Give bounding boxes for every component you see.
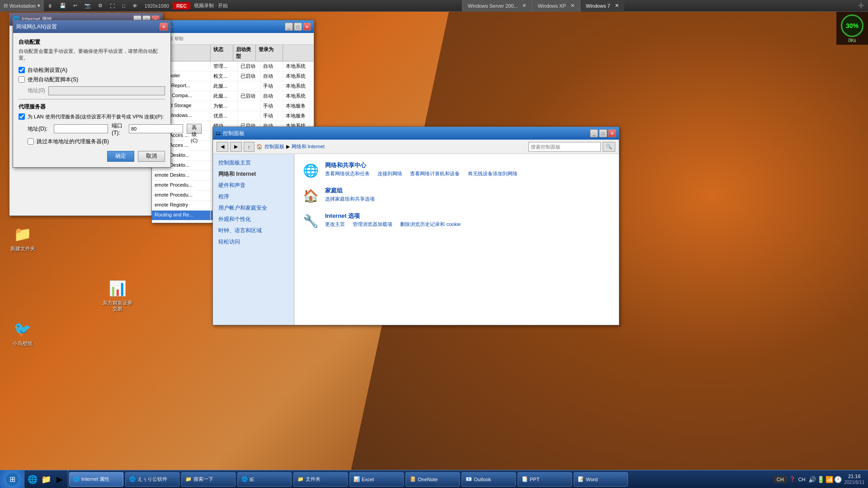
internet-options-title[interactable]: Internet 选项 bbox=[325, 212, 612, 220]
cp-maximize[interactable]: □ bbox=[599, 129, 607, 137]
proxy-addr-input[interactable] bbox=[54, 124, 108, 133]
services-maximize[interactable]: □ bbox=[294, 23, 302, 31]
lang-indicator[interactable]: CH bbox=[774, 476, 787, 483]
addr-input[interactable] bbox=[48, 86, 165, 95]
network-link-0[interactable]: 查看网络状态和任务 bbox=[325, 171, 370, 176]
desktop-icon-dongfang[interactable]: 📊 东方财富证券交易 bbox=[99, 276, 136, 314]
auto-detect-checkbox[interactable] bbox=[19, 67, 25, 73]
sidebar-item-hw[interactable]: 硬件和声音 bbox=[217, 180, 290, 191]
topbar-save-btn[interactable]: 💾 bbox=[56, 0, 70, 12]
cp-back-btn[interactable]: ◀ bbox=[217, 142, 228, 152]
topbar-snapshot-btn[interactable]: 📷 bbox=[81, 0, 94, 12]
taskbar-ime-icon[interactable]: CH bbox=[798, 477, 806, 482]
services-titlebar[interactable]: ⚙ 服务 _ □ ✕ bbox=[152, 20, 314, 33]
auto-script-checkbox[interactable] bbox=[19, 76, 25, 83]
cp-titlebar[interactable]: 🗂 控制面板 _ □ ✕ bbox=[213, 127, 619, 140]
topbar-view-btn[interactable]: 👁 bbox=[129, 0, 141, 12]
bypass-label: 跳过本地地址的代理服务器(B) bbox=[37, 138, 109, 145]
quick-ie[interactable]: 🌐 bbox=[26, 473, 39, 486]
internet-link-1[interactable]: 管理浏览器加载项 bbox=[353, 221, 392, 227]
topbar-add-tab[interactable]: ➕ bbox=[854, 0, 868, 12]
desktop-icon-xiaoniu[interactable]: 🐦 小鸟壁纸 bbox=[5, 316, 41, 348]
tab-win7-close[interactable]: ✕ bbox=[615, 3, 619, 9]
network-notif-icon[interactable]: 🔊 bbox=[808, 476, 816, 483]
service-row[interactable]: uality Windows... 优质... 手动 本地服务 bbox=[152, 111, 314, 121]
cp-nav-home[interactable]: 控制面板 bbox=[264, 143, 284, 150]
network-link-3[interactable]: 将无线设备添加到网络 bbox=[468, 171, 518, 176]
lan-confirm-btn[interactable]: 确定 bbox=[107, 151, 134, 162]
lan-cancel-btn[interactable]: 取消 bbox=[138, 151, 165, 162]
cp-up-btn[interactable]: ↑ bbox=[244, 142, 255, 152]
lan-dialog-title: 局域网(LAN)设置 bbox=[16, 23, 158, 31]
topbar-tab-xp[interactable]: Windows XP ✕ bbox=[532, 0, 580, 12]
sidebar-item-clock[interactable]: 时钟、语言和区域 bbox=[217, 225, 290, 236]
homegroup-title[interactable]: 家庭组 bbox=[325, 187, 612, 195]
proxy-checkbox[interactable] bbox=[19, 113, 25, 120]
sidebar-item-home[interactable]: 控制面板主页 bbox=[217, 158, 290, 168]
auto-script-row: 使用自动配置脚本(S) bbox=[19, 76, 165, 84]
tab-server-close[interactable]: ✕ bbox=[522, 3, 526, 9]
service-row[interactable]: roblem Report... 此服... 手动 本地系统 bbox=[152, 81, 314, 91]
network-link-1[interactable]: 连接到网络 bbox=[377, 171, 402, 176]
service-row[interactable]: rogram Compa... 此服... 已启动 自动 本地系统 bbox=[152, 91, 314, 101]
taskbar-btn-outlook[interactable]: 📧 Outlook bbox=[462, 472, 516, 487]
network-title[interactable]: 网络和共享中心 bbox=[325, 161, 612, 169]
resolution-label: 868x488 bbox=[145, 3, 169, 9]
start-button[interactable]: ⊞ bbox=[0, 470, 24, 488]
bypass-checkbox[interactable] bbox=[28, 138, 34, 145]
taskbar-btn-ppt[interactable]: 📑 PPT bbox=[518, 472, 572, 487]
cp-minimize[interactable]: _ bbox=[590, 129, 598, 137]
quick-folder[interactable]: 📁 bbox=[40, 473, 52, 486]
network-link-2[interactable]: 查看网络计算机和设备 bbox=[410, 171, 460, 176]
quick-media[interactable]: ▶ bbox=[53, 473, 66, 486]
wifi-icon[interactable]: 🕐 bbox=[834, 476, 842, 483]
volume-icon[interactable]: 🔋 bbox=[817, 476, 825, 483]
service-row[interactable]: ower 管理... 已启动 自动 本地系统 bbox=[152, 61, 314, 71]
taskbar-clock[interactable]: 21:16 2021/6/11 bbox=[844, 473, 865, 485]
topbar-pause-btn[interactable]: ⏸ bbox=[44, 0, 56, 12]
homegroup-link-0[interactable]: 选择家庭组和共享选项 bbox=[325, 196, 375, 202]
services-toolbar: 操作 查看 帮助 bbox=[152, 33, 314, 45]
taskbar-btn-ie[interactable]: 🌐 Internet 属性 bbox=[69, 472, 123, 487]
sidebar-item-programs[interactable]: 程序 bbox=[217, 192, 290, 202]
lan-close-btn[interactable]: ✕ bbox=[160, 23, 168, 31]
taskbar-btn-ie3[interactable]: 🌐 IE bbox=[237, 472, 292, 487]
advanced-btn[interactable]: 高级(C) bbox=[187, 124, 202, 134]
services-close[interactable]: ✕ bbox=[303, 23, 311, 31]
taskbar-btn-note[interactable]: 📔 OneNote bbox=[406, 472, 460, 487]
tab-xp-close[interactable]: ✕ bbox=[571, 3, 575, 9]
sidebar-item-appearance[interactable]: 外观和个性化 bbox=[217, 214, 290, 225]
desktop-icon-new-folder[interactable]: 📁 新建文件夹 bbox=[5, 221, 41, 253]
topbar-restore-btn[interactable]: ↩ bbox=[70, 0, 81, 12]
cp-forward-btn[interactable]: ▶ bbox=[230, 142, 242, 152]
topbar-tab-server[interactable]: Windows Server 200... ✕ bbox=[462, 0, 532, 12]
cp-close[interactable]: ✕ bbox=[608, 129, 616, 137]
taskbar-help-icon[interactable]: ❓ bbox=[789, 476, 796, 482]
sidebar-item-users[interactable]: 用户帐户和家庭安全 bbox=[217, 203, 290, 213]
cp-search-input[interactable] bbox=[528, 142, 601, 152]
topbar-fullscreen-btn[interactable]: ⛶ bbox=[106, 0, 118, 12]
taskbar-btn-word[interactable]: 📝 Word bbox=[574, 472, 628, 487]
topbar-unity-btn[interactable]: □ bbox=[118, 0, 129, 12]
taskbar-btn-ie2[interactable]: 🌐 えぅり公软件 bbox=[125, 472, 179, 487]
taskbar-btn-excel[interactable]: 📊 Excel bbox=[349, 472, 404, 487]
lan-titlebar[interactable]: 局域网(LAN)设置 ✕ bbox=[13, 20, 170, 33]
port-input[interactable] bbox=[129, 124, 183, 133]
topbar-vm-icon[interactable]: ⊟ Workstation ▾ bbox=[0, 0, 44, 12]
cp-nav-network[interactable]: 网络和 Internet bbox=[292, 143, 325, 150]
services-minimize[interactable]: _ bbox=[285, 23, 293, 31]
taskbar-btn-folder2[interactable]: 📁 文件夹 bbox=[293, 472, 348, 487]
sidebar-item-ease[interactable]: 轻松访问 bbox=[217, 237, 290, 247]
topbar-tab-win7[interactable]: Windows 7 ✕ bbox=[580, 0, 624, 12]
internet-link-2[interactable]: 删除浏览历史记录和 cookie bbox=[400, 221, 461, 227]
taskbar-btn-file[interactable]: 📁 搜索一下 bbox=[181, 472, 236, 487]
service-row[interactable]: rint Spooler 检文... 已启动 自动 本地系统 bbox=[152, 71, 314, 81]
battery-icon[interactable]: 📶 bbox=[826, 476, 833, 483]
topbar-settings-btn[interactable]: ⚙ bbox=[94, 0, 106, 12]
tab-server-label: Windows Server 200... bbox=[468, 3, 518, 9]
topbar-rec[interactable]: REC bbox=[173, 2, 190, 9]
cp-search-btn[interactable]: 🔍 bbox=[603, 142, 615, 152]
service-row[interactable]: rotected Storage 为敏... 手动 本地服务 bbox=[152, 101, 314, 111]
internet-link-0[interactable]: 更改主页 bbox=[325, 221, 345, 227]
sidebar-item-network[interactable]: 网络和 Internet bbox=[217, 169, 290, 179]
